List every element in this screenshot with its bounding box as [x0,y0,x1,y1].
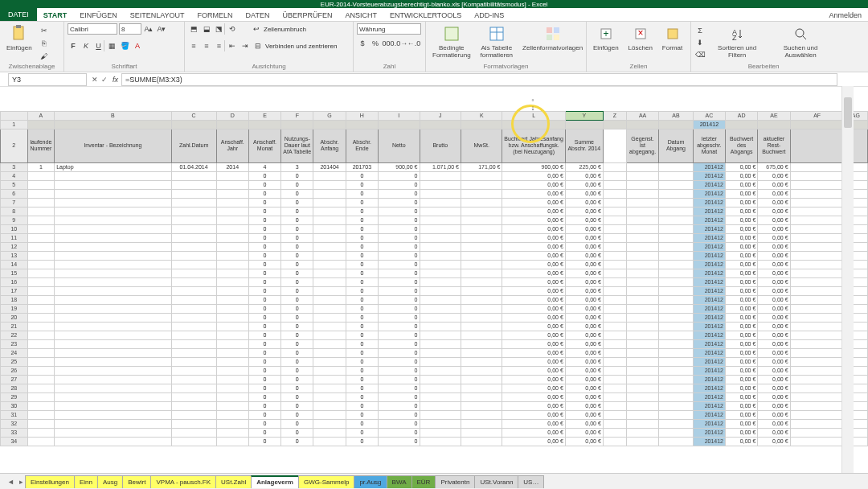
cell[interactable]: 0,00 € [726,295,758,304]
cell[interactable]: 0,00 € [726,277,758,286]
cell[interactable]: 0,00 € [726,392,758,401]
cell[interactable] [790,162,844,171]
cell[interactable] [420,375,461,384]
cell[interactable] [27,401,55,410]
cell[interactable] [313,375,346,384]
cell[interactable]: 0 [281,277,313,286]
cell[interactable]: 0 [281,251,313,260]
cell[interactable] [603,437,626,446]
cell[interactable]: 0 [346,198,378,207]
cell[interactable]: 0,00 € [565,419,603,428]
cell[interactable] [313,251,346,260]
cell[interactable]: 0 [281,198,313,207]
cell[interactable]: 0 [248,322,280,331]
cell[interactable] [603,357,626,366]
cell[interactable] [55,392,172,401]
cell[interactable]: 225,00 € [565,162,603,171]
cell[interactable]: 0 [379,216,420,224]
cell[interactable] [420,207,461,216]
cell[interactable]: 0 [281,313,313,322]
cell[interactable] [216,286,248,295]
cell[interactable] [659,189,694,198]
cell[interactable]: 0 [346,224,378,233]
cell[interactable] [420,216,461,224]
cell[interactable] [420,384,461,392]
cell[interactable] [603,331,626,339]
cell[interactable]: 0 [346,410,378,419]
cell[interactable] [603,428,626,437]
cell[interactable] [659,348,694,357]
cell[interactable]: 0 [379,171,420,180]
cell[interactable]: 0,00 € [502,401,565,410]
col-header[interactable]: Z [603,111,626,120]
cell[interactable]: 0,00 € [502,180,565,189]
cell[interactable]: 0,00 € [565,295,603,304]
align-right-icon[interactable]: ≡ [214,40,225,51]
cell[interactable] [461,233,502,242]
cell[interactable] [313,437,346,446]
cell[interactable]: 0,00 € [565,339,603,348]
font-name-select[interactable]: Calibri [68,23,117,35]
cell[interactable]: 201412 [693,410,725,419]
cell[interactable] [55,251,172,260]
cell[interactable] [603,207,626,216]
cell[interactable] [603,392,626,401]
cell[interactable]: 0 [346,171,378,180]
cell[interactable]: 201412 [693,384,725,392]
cell[interactable] [603,322,626,331]
cell[interactable]: 0 [281,189,313,198]
cell[interactable]: 0 [248,401,280,410]
cell[interactable] [27,428,55,437]
sheet-tab[interactable]: EÜR [411,475,436,488]
col-header[interactable]: AF [790,111,844,120]
merge-icon[interactable]: ⊟ [252,40,264,51]
tab-ueberpruefen[interactable]: ÜBERPRÜFEN [276,10,338,21]
cell[interactable] [171,277,216,286]
cell[interactable] [659,180,694,189]
cell[interactable]: 0,00 € [758,331,790,339]
col-header[interactable]: A [27,111,55,120]
cell[interactable]: 201703 [346,162,378,171]
cell[interactable]: 201412 [693,348,725,357]
cell[interactable]: 201412 [693,375,725,384]
cell[interactable] [790,401,844,410]
cell[interactable]: 0 [379,357,420,366]
cell[interactable] [171,242,216,251]
cell[interactable] [461,366,502,375]
cell[interactable]: 0,00 € [502,207,565,216]
cell[interactable] [216,428,248,437]
cell[interactable] [659,410,694,419]
cell[interactable] [626,428,658,437]
cell[interactable] [626,384,658,392]
cell[interactable] [626,286,658,295]
cell[interactable] [55,286,172,295]
col-header[interactable]: AE [758,111,790,120]
cell[interactable] [27,304,55,313]
cell[interactable]: 0 [379,348,420,357]
accept-formula-icon[interactable]: ✓ [101,76,108,84]
cell[interactable] [55,357,172,366]
cell[interactable] [420,224,461,233]
cell[interactable]: 0,00 € [502,322,565,331]
cell[interactable] [27,260,55,269]
cell[interactable]: 0,00 € [758,171,790,180]
cell[interactable] [420,419,461,428]
cell[interactable]: 0 [346,295,378,304]
cell[interactable] [626,348,658,357]
cell[interactable]: 0 [248,207,280,216]
cell[interactable]: 0,00 € [565,198,603,207]
cell[interactable] [313,410,346,419]
cell[interactable] [420,331,461,339]
cell[interactable]: 0 [346,437,378,446]
cell[interactable]: 0 [281,207,313,216]
cell[interactable] [216,216,248,224]
cell[interactable]: 0,00 € [565,437,603,446]
cell[interactable]: 0,00 € [758,366,790,375]
find-select-button[interactable]: Suchen und Auswählen [768,23,833,60]
cell[interactable] [659,207,694,216]
increase-font-icon[interactable]: A▴ [143,23,154,35]
formula-input[interactable]: =SUMME(M3:X3) [121,73,837,86]
cell[interactable] [790,339,844,348]
cell[interactable] [171,269,216,277]
cell[interactable] [216,224,248,233]
